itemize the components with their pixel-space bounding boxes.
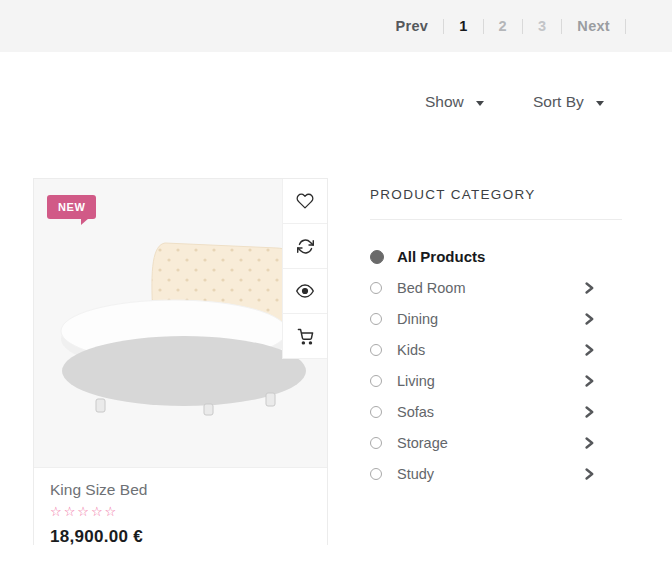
- quick-view-button[interactable]: [282, 269, 327, 314]
- category-label: Sofas: [397, 404, 434, 420]
- category-item-sofas[interactable]: Sofas: [370, 396, 622, 427]
- chevron-right-icon: [585, 437, 594, 449]
- radio-icon: [370, 344, 382, 356]
- category-label: Living: [397, 373, 435, 389]
- heart-icon: [296, 192, 314, 210]
- category-label: All Products: [397, 248, 485, 265]
- category-label: Bed Room: [397, 280, 466, 296]
- sort-by-dropdown-label: Sort By: [533, 93, 584, 111]
- category-sidebar: PRODUCT CATEGORY All Products Bed Room D…: [370, 187, 622, 489]
- category-label: Dining: [397, 311, 438, 327]
- radio-icon: [370, 406, 382, 418]
- radio-icon: [370, 437, 382, 449]
- sort-by-dropdown[interactable]: Sort By: [533, 93, 604, 111]
- pagination-page-2[interactable]: 2: [484, 18, 522, 34]
- radio-icon: [370, 282, 382, 294]
- top-bar: Prev 1 2 3 Next: [0, 0, 672, 52]
- category-item-living[interactable]: Living: [370, 365, 622, 396]
- chevron-right-icon: [585, 313, 594, 325]
- cart-icon: [297, 328, 314, 345]
- divider: [370, 219, 622, 220]
- chevron-right-icon: [585, 375, 594, 387]
- pagination-separator: [625, 19, 626, 34]
- pagination-page-1[interactable]: 1: [444, 18, 482, 34]
- category-item-study[interactable]: Study: [370, 458, 622, 489]
- wishlist-button[interactable]: [282, 179, 327, 224]
- product-card[interactable]: NEW: [33, 178, 328, 545]
- pagination-prev[interactable]: Prev: [381, 18, 444, 34]
- eye-icon: [296, 282, 314, 300]
- radio-icon: [370, 313, 382, 325]
- radio-icon: [370, 468, 382, 480]
- add-to-cart-button[interactable]: [282, 314, 327, 359]
- category-label: Study: [397, 466, 434, 482]
- category-item-storage[interactable]: Storage: [370, 427, 622, 458]
- chevron-down-icon: [476, 101, 484, 106]
- product-image-bed: [56, 235, 308, 417]
- category-item-bed-room[interactable]: Bed Room: [370, 272, 622, 303]
- category-item-all-products[interactable]: All Products: [370, 241, 622, 272]
- product-price: 18,900.00 €: [50, 527, 311, 547]
- pagination-page-3[interactable]: 3: [523, 18, 561, 34]
- sidebar-heading: PRODUCT CATEGORY: [370, 187, 622, 202]
- rating-stars[interactable]: ☆☆☆☆☆: [50, 504, 311, 519]
- chevron-right-icon: [585, 344, 594, 356]
- product-actions: [282, 179, 327, 359]
- show-dropdown[interactable]: Show: [425, 93, 484, 111]
- product-title[interactable]: King Size Bed: [50, 481, 311, 499]
- compare-button[interactable]: [282, 224, 327, 269]
- category-label: Kids: [397, 342, 425, 358]
- chevron-down-icon: [596, 101, 604, 106]
- category-label: Storage: [397, 435, 448, 451]
- pagination: Prev 1 2 3 Next: [381, 0, 626, 52]
- pagination-next[interactable]: Next: [562, 18, 625, 34]
- chevron-right-icon: [585, 406, 594, 418]
- radio-selected-icon: [370, 250, 384, 264]
- chevron-right-icon: [585, 468, 594, 480]
- chevron-right-icon: [585, 282, 594, 294]
- new-badge: NEW: [47, 195, 96, 219]
- radio-icon: [370, 375, 382, 387]
- category-item-kids[interactable]: Kids: [370, 334, 622, 365]
- refresh-icon: [297, 238, 314, 255]
- category-list: All Products Bed Room Dining Kids Livin: [370, 241, 622, 489]
- product-info: King Size Bed ☆☆☆☆☆ 18,900.00 €: [34, 468, 327, 547]
- category-item-dining[interactable]: Dining: [370, 303, 622, 334]
- product-image-area: NEW: [34, 179, 327, 468]
- show-dropdown-label: Show: [425, 93, 464, 111]
